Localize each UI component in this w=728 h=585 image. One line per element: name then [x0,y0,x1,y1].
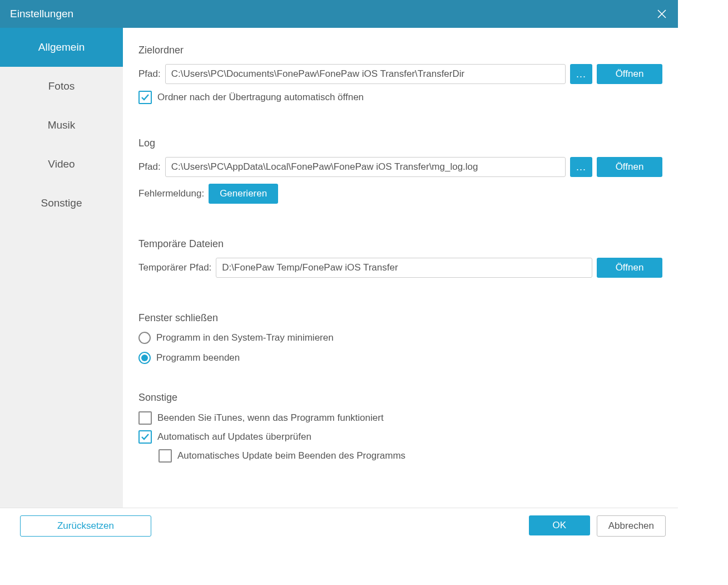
radio-exit-label: Programm beenden [156,352,240,363]
generate-error-button[interactable]: Generieren [209,184,278,204]
auto-update-on-exit-label: Automatisches Update beim Beenden des Pr… [177,450,405,461]
temp-path-input[interactable] [216,258,592,278]
sidebar-item-label: Video [48,158,75,170]
log-browse-button[interactable]: ... [570,157,592,177]
target-open-button[interactable]: Öffnen [597,64,662,84]
sidebar-item-label: Sonstige [41,197,82,209]
sidebar-item-video[interactable]: Video [0,145,123,184]
cancel-button[interactable]: Abbrechen [597,515,666,537]
auto-open-checkbox[interactable] [138,91,152,104]
sidebar-item-label: Musik [48,119,76,131]
section-other-heading: Sonstige [138,392,662,404]
target-browse-button[interactable]: ... [570,64,592,84]
auto-open-label: Ordner nach der Übertragung automatisch … [157,92,364,103]
sidebar-item-label: Fotos [48,80,75,92]
log-path-input[interactable] [165,157,566,177]
error-report-label: Fehlermeldung: [138,188,204,199]
close-itunes-label: Beenden Sie iTunes, wenn das Programm fu… [157,412,384,424]
log-open-button[interactable]: Öffnen [597,157,662,177]
section-temp-heading: Temporäre Dateien [138,238,662,250]
titlebar: Einstellungen [0,0,678,28]
section-log-heading: Log [138,137,662,149]
close-icon [656,8,667,19]
radio-minimize-label: Programm in den System-Tray minimieren [156,332,334,343]
footer: Zurücksetzen OK Abbrechen [0,508,678,544]
close-itunes-checkbox[interactable] [138,411,152,425]
reset-button[interactable]: Zurücksetzen [20,515,151,537]
section-close-heading: Fenster schließen [138,312,662,324]
auto-update-checkbox[interactable] [138,430,152,444]
content-panel: Zielordner Pfad: ... Öffnen Ordner nach … [123,28,678,508]
ok-button[interactable]: OK [529,515,590,535]
temp-open-button[interactable]: Öffnen [597,258,662,278]
sidebar: Allgemein Fotos Musik Video Sonstige [0,28,123,508]
sidebar-item-music[interactable]: Musik [0,106,123,145]
sidebar-item-general[interactable]: Allgemein [0,28,123,67]
window-title: Einstellungen [10,8,73,20]
sidebar-item-photos[interactable]: Fotos [0,67,123,106]
sidebar-item-label: Allgemein [38,41,85,53]
target-path-input[interactable] [165,64,566,84]
temp-path-label: Temporärer Pfad: [138,262,211,273]
radio-exit[interactable] [138,352,151,364]
log-path-label: Pfad: [138,161,161,173]
auto-update-on-exit-checkbox[interactable] [159,449,172,463]
check-icon [141,432,150,441]
section-target-folder-heading: Zielordner [138,45,662,56]
close-button[interactable] [655,7,669,21]
check-icon [141,93,150,102]
auto-update-label: Automatisch auf Updates überprüfen [157,431,311,443]
sidebar-item-other[interactable]: Sonstige [0,184,123,223]
radio-minimize[interactable] [138,332,151,344]
target-path-label: Pfad: [138,68,161,80]
